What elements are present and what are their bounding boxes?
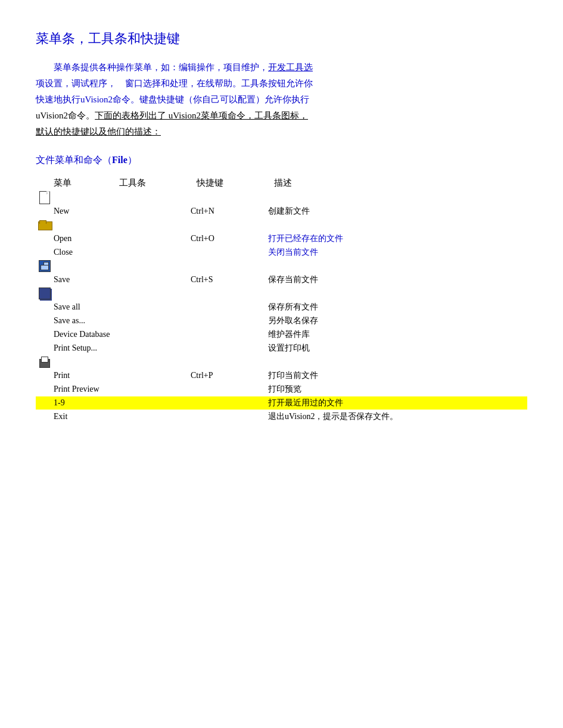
- section-title: 文件菜单和命令（File）: [36, 154, 527, 167]
- table-row-icon: [36, 191, 527, 204]
- menu-item-name: Save: [54, 275, 113, 285]
- col-menu: 菜单: [54, 177, 119, 189]
- table-row: PrintCtrl+P打印当前文件: [36, 369, 527, 382]
- description-cell: 打开已经存在的文件: [268, 233, 527, 244]
- menu-item-name: New: [54, 207, 113, 216]
- menu-item-name: Print Preview: [54, 385, 113, 394]
- description-cell: 维护器件库: [268, 329, 527, 340]
- table-row: NewCtrl+N创建新文件: [36, 205, 527, 218]
- menu-item-name: Device Database: [54, 330, 113, 339]
- table-body: NewCtrl+N创建新文件OpenCtrl+O打开已经存在的文件Close关闭…: [36, 191, 527, 423]
- description-cell: 设置打印机: [268, 343, 527, 354]
- save-icon: [39, 260, 51, 272]
- print-icon: [38, 357, 51, 368]
- table-row: Print Preview打印预览: [36, 383, 527, 396]
- icon-cell: [36, 191, 54, 204]
- shortcut-cell: Ctrl+N: [191, 207, 268, 216]
- table-row: Close关闭当前文件: [36, 246, 527, 259]
- table-row: OpenCtrl+O打开已经存在的文件: [36, 232, 527, 245]
- table-row-icon: [36, 287, 527, 300]
- table-row: Print Setup...设置打印机: [36, 342, 527, 355]
- icon-cell: [36, 220, 54, 230]
- table-header: 菜单 工具条 快捷键 描述: [36, 177, 527, 189]
- intro-underline: 下面的表格列出了 uVision2菜单项命令，工具条图标，默认的快捷键以及他们的…: [36, 111, 308, 136]
- description-cell: 保存所有文件: [268, 302, 527, 313]
- open-file-icon: [38, 220, 51, 230]
- table-row: Device Database维护器件库: [36, 328, 527, 341]
- description-cell: 保存当前文件: [268, 274, 527, 285]
- icon-cell: [36, 260, 54, 272]
- description-cell: 退出uVision2，提示是否保存文件。: [268, 411, 527, 422]
- menu-item-name: Save as...: [54, 316, 113, 326]
- description-cell: 另外取名保存: [268, 315, 527, 326]
- col-description: 描述: [274, 177, 527, 189]
- save-all-icon: [39, 288, 51, 299]
- icon-cell: [36, 357, 54, 368]
- table-row: Exit退出uVision2，提示是否保存文件。: [36, 410, 527, 423]
- shortcut-cell: Ctrl+S: [191, 275, 268, 285]
- menu-item-name: Open: [54, 234, 113, 243]
- description-cell: 打印当前文件: [268, 370, 527, 381]
- table-row: SaveCtrl+S保存当前文件: [36, 273, 527, 286]
- table-row-icon: [36, 355, 527, 368]
- menu-item-name: Close: [54, 248, 113, 257]
- table-row: Save as...另外取名保存: [36, 314, 527, 327]
- menu-item-name: Save all: [54, 302, 113, 312]
- description-cell: 创建新文件: [268, 206, 527, 217]
- description-cell: 关闭当前文件: [268, 247, 527, 258]
- menu-item-name: 1-9: [54, 398, 113, 408]
- col-toolbar: 工具条: [119, 177, 197, 189]
- intro-text-blue: 菜单条提供各种操作菜单，如：编辑操作，项目维护，开发工具选项设置，调试程序， 窗…: [36, 63, 313, 104]
- description-cell: 打印预览: [268, 384, 527, 395]
- new-file-icon: [39, 191, 50, 204]
- table-row-icon: [36, 260, 527, 273]
- menu-item-name: Print Setup...: [54, 343, 113, 353]
- shortcut-cell: Ctrl+O: [191, 234, 268, 243]
- shortcut-cell: Ctrl+P: [191, 371, 268, 380]
- table-row-icon: [36, 218, 527, 232]
- intro-paragraph: 菜单条提供各种操作菜单，如：编辑操作，项目维护，开发工具选项设置，调试程序， 窗…: [36, 60, 527, 140]
- page-title: 菜单条，工具条和快捷键: [36, 30, 527, 48]
- menu-item-name: Print: [54, 371, 113, 380]
- col-shortcut: 快捷键: [197, 177, 274, 189]
- table-row: 1-9打开最近用过的文件: [36, 396, 527, 410]
- icon-cell: [36, 288, 54, 299]
- description-cell: 打开最近用过的文件: [268, 398, 527, 408]
- table-row: Save all保存所有文件: [36, 301, 527, 314]
- menu-item-name: Exit: [54, 412, 113, 421]
